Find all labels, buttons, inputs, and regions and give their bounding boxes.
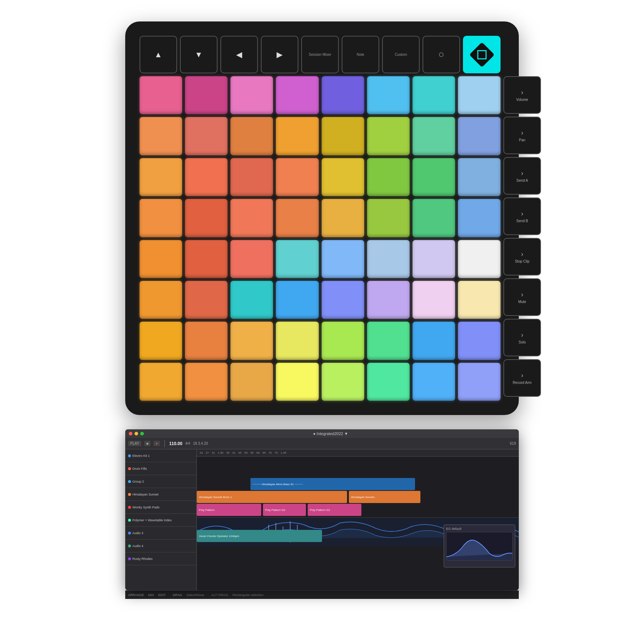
- pad-40[interactable]: [140, 281, 182, 319]
- clip-himalayan-sunset-2[interactable]: Himalayan Sunset...: [349, 491, 420, 503]
- custom-button[interactable]: Custom: [382, 36, 420, 73]
- record-button[interactable]: ●: [153, 441, 160, 446]
- pad-61[interactable]: [367, 363, 410, 401]
- pad-62[interactable]: [413, 363, 455, 401]
- pad-41[interactable]: [185, 281, 228, 319]
- track-6[interactable]: Audio 3: [125, 527, 196, 540]
- nav-down-button[interactable]: ▼: [180, 36, 218, 73]
- pad-34[interactable]: [230, 240, 273, 278]
- pad-13[interactable]: [367, 117, 410, 155]
- play-button[interactable]: PLAY: [128, 441, 141, 446]
- pad-58[interactable]: [230, 363, 273, 401]
- pad-27[interactable]: [276, 199, 318, 237]
- pad-56[interactable]: [140, 363, 182, 401]
- pad-32[interactable]: [140, 240, 182, 278]
- pad-49[interactable]: [185, 322, 228, 360]
- pad-39[interactable]: [458, 240, 501, 278]
- pad-38[interactable]: [413, 240, 455, 278]
- pad-8[interactable]: [140, 117, 182, 155]
- clip-poly-pattern-2[interactable]: Poly Pattern G2: [263, 504, 306, 516]
- track-7[interactable]: Audio 4: [125, 540, 196, 552]
- track-2[interactable]: Group 2: [125, 475, 196, 488]
- pad-51[interactable]: [276, 322, 318, 360]
- right-btn-volume[interactable]: ›Volume: [503, 76, 541, 114]
- track-4[interactable]: Wonky Synth Pads: [125, 501, 196, 514]
- clip-himalayan-sunset[interactable]: Himalayan Sunset Arms 1: [197, 491, 347, 503]
- track-0[interactable]: Electro Kit 1: [125, 449, 196, 462]
- pad-2[interactable]: [230, 76, 273, 114]
- pad-36[interactable]: [322, 240, 364, 278]
- close-icon[interactable]: [129, 432, 132, 435]
- right-btn-record-arm[interactable]: ›Record Arm: [503, 359, 541, 397]
- minimize-icon[interactable]: [135, 432, 138, 435]
- nav-left-button[interactable]: ◀: [220, 36, 258, 73]
- pad-55[interactable]: [458, 322, 501, 360]
- right-btn-pan[interactable]: ›Pan: [503, 117, 541, 154]
- circle-button[interactable]: ○: [423, 36, 460, 73]
- edit-tab[interactable]: EDIT: [158, 593, 166, 597]
- pad-4[interactable]: [322, 76, 364, 114]
- clip-himalayan-atmo[interactable]: ~~~~~ Himalayan Atmo Bass 91 ~~~~~: [250, 478, 415, 490]
- stop-button[interactable]: ■: [144, 441, 151, 446]
- pad-35[interactable]: [276, 240, 318, 278]
- pad-10[interactable]: [230, 117, 273, 155]
- pad-60[interactable]: [322, 363, 364, 401]
- clip-poly-pattern[interactable]: Poly Pattern: [197, 504, 261, 516]
- pad-23[interactable]: [458, 158, 501, 196]
- right-btn-stop-clip[interactable]: ›Stop Clip: [503, 238, 541, 275]
- pad-12[interactable]: [322, 117, 364, 155]
- maximize-icon[interactable]: [140, 432, 144, 435]
- eq-popup[interactable]: EG default: [444, 525, 515, 567]
- pad-26[interactable]: [230, 199, 273, 237]
- note-button[interactable]: Note: [342, 36, 379, 73]
- pad-44[interactable]: [322, 281, 364, 319]
- pad-37[interactable]: [367, 240, 410, 278]
- right-btn-send-b[interactable]: ›Send B: [503, 197, 541, 235]
- right-btn-mute[interactable]: ›Mute: [503, 278, 541, 316]
- pad-57[interactable]: [185, 363, 228, 401]
- track-1[interactable]: Drum Fills: [125, 462, 196, 475]
- nav-right-button[interactable]: ▶: [261, 36, 298, 73]
- pad-6[interactable]: [413, 76, 455, 114]
- pad-20[interactable]: [322, 158, 364, 196]
- right-btn-solo[interactable]: ›Solo: [503, 319, 541, 356]
- pad-59[interactable]: [276, 363, 318, 401]
- track-5[interactable]: Polymer + Wavetable Index: [125, 514, 196, 527]
- pad-5[interactable]: [367, 76, 410, 114]
- pad-31[interactable]: [458, 199, 501, 237]
- pad-16[interactable]: [140, 158, 182, 196]
- pad-28[interactable]: [322, 199, 364, 237]
- pad-18[interactable]: [230, 158, 273, 196]
- pad-19[interactable]: [276, 158, 318, 196]
- pad-43[interactable]: [276, 281, 318, 319]
- pad-21[interactable]: [367, 158, 410, 196]
- pad-1[interactable]: [185, 76, 228, 114]
- pad-7[interactable]: [458, 76, 501, 114]
- pad-46[interactable]: [413, 281, 455, 319]
- pad-14[interactable]: [413, 117, 455, 155]
- pad-42[interactable]: [230, 281, 273, 319]
- pad-15[interactable]: [458, 117, 501, 155]
- pad-30[interactable]: [413, 199, 455, 237]
- track-3[interactable]: Himalayan Sunset: [125, 488, 196, 501]
- pad-63[interactable]: [458, 363, 501, 401]
- pad-52[interactable]: [322, 322, 364, 360]
- capture-midi-button[interactable]: [463, 36, 501, 73]
- arrange-tab[interactable]: ARRANGE: [128, 593, 144, 597]
- pad-3[interactable]: [276, 76, 318, 114]
- pad-11[interactable]: [276, 117, 318, 155]
- pad-53[interactable]: [367, 322, 410, 360]
- pad-0[interactable]: [140, 76, 182, 114]
- right-btn-send-a[interactable]: ›Send A: [503, 157, 541, 195]
- track-8[interactable]: Rusty Rhodes: [125, 552, 196, 565]
- session-button[interactable]: Session Mixer: [301, 36, 339, 73]
- pad-45[interactable]: [367, 281, 410, 319]
- pad-54[interactable]: [413, 322, 455, 360]
- pad-9[interactable]: [185, 117, 228, 155]
- pad-25[interactable]: [185, 199, 228, 237]
- pad-29[interactable]: [367, 199, 410, 237]
- pad-24[interactable]: [140, 199, 182, 237]
- nav-up-button[interactable]: ▲: [140, 36, 177, 73]
- clip-poly-pattern-3[interactable]: Poly Pattern G2: [308, 504, 361, 516]
- clip-vocal-chords[interactable]: Vocal Chords Operator 124bpm: [197, 530, 322, 542]
